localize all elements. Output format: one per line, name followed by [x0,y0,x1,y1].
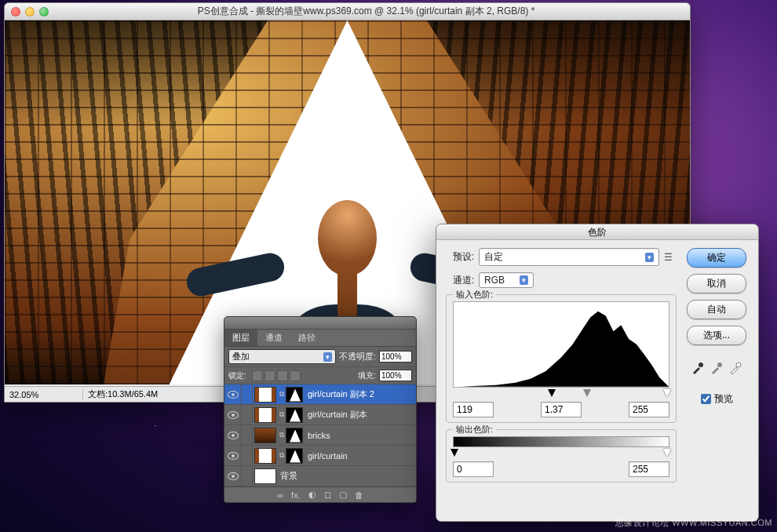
layer-thumbnail[interactable] [254,468,276,484]
preset-label: 预设: [446,250,474,264]
channel-select[interactable]: RGB▾ [479,272,534,288]
input-white-field[interactable] [629,402,669,417]
minimize-icon[interactable] [25,7,35,16]
ok-button[interactable]: 确定 [687,248,746,268]
preview-checkbox-input[interactable] [701,394,711,404]
svg-point-0 [699,363,703,367]
black-point-slider[interactable] [548,389,556,397]
mask-link-icon[interactable]: ⧉ [278,410,286,419]
tab-layers[interactable]: 图层 [224,330,257,346]
mask-thumbnail[interactable] [286,407,303,423]
tab-channels[interactable]: 通道 [257,330,290,346]
mask-link-icon[interactable]: ⧉ [278,431,286,439]
layer-list: ⧉girl/curtain 副本 2⧉girl/curtain 副本⧉brick… [224,384,416,486]
link-col[interactable] [242,384,253,404]
gamma-slider[interactable] [583,389,591,397]
preview-checkbox[interactable]: 预览 [701,392,733,406]
doc-info[interactable]: 文档:10.3M/65.4M [83,388,162,400]
visibility-toggle[interactable] [224,405,242,425]
layer-fx-icon[interactable]: fx. [291,490,301,500]
eye-icon [228,411,239,419]
black-eyedropper-icon[interactable] [691,361,705,375]
layer-row[interactable]: ⧉girl/curtain [224,446,416,466]
gray-eyedropper-icon[interactable] [710,361,724,375]
zoom-display[interactable]: 32.05% [5,390,83,399]
output-slider[interactable] [453,449,669,458]
white-point-slider[interactable] [663,389,671,397]
lock-pixels-icon[interactable] [264,370,275,381]
tab-paths[interactable]: 路径 [290,330,323,346]
lock-position-icon[interactable] [277,370,288,381]
mask-thumbnail[interactable] [286,428,303,443]
link-col[interactable] [242,405,253,425]
blend-opacity-row: 叠加▾ 不透明度: [224,347,416,367]
output-gradient [453,436,669,447]
mask-thumbnail[interactable] [286,387,303,403]
layer-row[interactable]: 背景 [224,466,416,486]
close-icon[interactable] [11,7,20,16]
input-gamma-field[interactable] [541,402,582,417]
eye-icon [228,391,239,399]
new-layer-icon[interactable]: ▢ [339,490,347,500]
layer-thumbnail[interactable] [254,428,276,443]
output-white-field[interactable] [629,461,669,477]
input-slider[interactable] [453,389,669,399]
input-levels-group: 输入色阶: [446,294,677,423]
white-eyedropper-icon[interactable] [728,361,742,375]
input-black-field[interactable] [453,402,494,417]
zoom-icon[interactable] [39,7,49,16]
svg-point-2 [736,363,741,367]
link-col[interactable] [242,425,253,445]
link-layers-icon[interactable]: ∞ [277,490,283,500]
traffic-lights [11,7,49,16]
cancel-button[interactable]: 取消 [687,274,746,293]
levels-title[interactable]: 色阶 [436,224,758,240]
layer-thumbnail[interactable] [254,387,276,403]
visibility-toggle[interactable] [224,446,242,465]
preset-menu-icon[interactable]: ☰ [664,252,677,263]
opacity-label: 不透明度: [339,351,376,363]
blend-mode-select[interactable]: 叠加▾ [228,349,336,364]
window-titlebar[interactable]: PS创意合成 - 撕裂的墙壁www.ps369.com @ 32.1% (gir… [5,3,690,20]
output-black-field[interactable] [453,461,494,477]
adjustment-layer-icon[interactable]: ◻ [324,490,331,500]
histogram[interactable] [453,301,669,388]
lock-all-icon[interactable] [290,370,301,381]
lock-fill-row: 锁定: 填充: [224,367,416,384]
panel-drag-handle[interactable] [224,317,416,330]
visibility-toggle[interactable] [224,425,242,445]
visibility-toggle[interactable] [224,466,242,486]
output-black-slider[interactable] [451,449,458,457]
layer-name[interactable]: girl/curtain [305,451,416,461]
layer-name[interactable]: girl/curtain 副本 [305,409,416,421]
trash-icon[interactable]: 🗑 [355,490,363,500]
layer-name[interactable]: girl/curtain 副本 2 [305,388,416,400]
layer-mask-icon[interactable]: ◐ [308,490,316,500]
mask-thumbnail[interactable] [286,448,303,464]
layer-row[interactable]: ⧉girl/curtain 副本 2 [224,384,416,405]
layer-name[interactable]: bricks [305,431,416,440]
options-button[interactable]: 选项... [687,326,746,345]
eye-icon [228,432,239,439]
lock-transparent-icon[interactable] [252,370,263,381]
lock-icons [252,370,301,381]
mask-link-icon[interactable]: ⧉ [278,390,286,399]
mask-link-icon[interactable]: ⧉ [278,451,286,460]
output-white-slider[interactable] [663,449,671,457]
layer-row[interactable]: ⧉girl/curtain 副本 [224,405,416,425]
layer-thumbnail[interactable] [254,448,276,464]
visibility-toggle[interactable] [224,384,242,404]
fill-input[interactable] [379,370,412,381]
output-levels-group: 输出色阶: [446,429,677,483]
preset-select[interactable]: 自定▾ [479,248,659,266]
opacity-input[interactable] [379,351,412,363]
layer-name[interactable]: 背景 [278,470,416,482]
input-levels-label: 输入色阶: [453,289,496,301]
layer-thumbnail[interactable] [254,407,276,423]
output-levels-label: 输出色阶: [453,424,496,435]
link-col[interactable] [242,446,253,465]
layer-row[interactable]: ⧉bricks [224,425,416,446]
link-col[interactable] [242,466,253,486]
auto-button[interactable]: 自动 [687,300,746,319]
window-title: PS创意合成 - 撕裂的墙壁www.ps369.com @ 32.1% (gir… [49,5,684,18]
